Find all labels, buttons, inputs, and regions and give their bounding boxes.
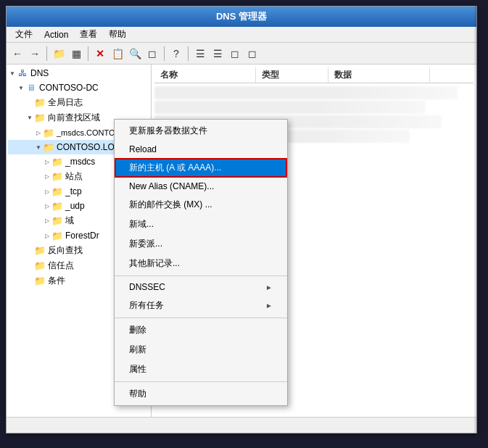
- ctx-properties[interactable]: 属性: [115, 360, 287, 379]
- tcp-label: _tcp: [65, 186, 82, 196]
- tcp-arrow: ▷: [43, 187, 51, 196]
- tree-item-global-log[interactable]: ▷ 📁 全局日志: [8, 95, 149, 110]
- grid2-button[interactable]: ◻: [244, 46, 260, 62]
- folder-icon: 📁: [51, 171, 63, 183]
- ctx-dnssec-arrow: ►: [265, 283, 273, 291]
- condition-arrow: ▷: [25, 277, 34, 286]
- ctx-other-records[interactable]: 其他新记录...: [115, 254, 287, 273]
- ctx-delete[interactable]: 删除: [115, 320, 287, 340]
- msdcs-arrow: ▷: [34, 128, 43, 137]
- export-button[interactable]: ◻: [144, 46, 160, 62]
- ctx-new-domain[interactable]: 新域...: [115, 215, 287, 234]
- folder-icon: 📁: [34, 275, 46, 287]
- ctx-help-label: 帮助: [129, 388, 146, 400]
- globallog-label: 全局日志: [48, 96, 83, 109]
- folder-icon: 📁: [34, 245, 46, 257]
- ctx-new-alias-label: New Alias (CNAME)...: [129, 181, 214, 191]
- sites-arrow: ▷: [43, 173, 51, 181]
- ctx-update-server-data[interactable]: 更新服务器数据文件: [115, 121, 287, 141]
- data-row-1: [154, 86, 458, 99]
- ctx-separator-2: [115, 318, 287, 318]
- domain-arrow: ▷: [43, 217, 51, 225]
- menu-action[interactable]: Action: [38, 28, 74, 41]
- forestdr-arrow: ▷: [43, 231, 51, 240]
- folder-icon: 📁: [51, 186, 63, 197]
- contoso-arrow: ▼: [34, 143, 43, 152]
- server-label: CONTOSO-DC: [39, 83, 99, 93]
- dns-label: DNS: [30, 68, 49, 78]
- ctx-new-domain-label: 新域...: [129, 218, 154, 231]
- msdcs-child-label: _msdcs: [65, 157, 95, 167]
- forward-button[interactable]: →: [27, 46, 43, 62]
- ctx-dnssec-label: DNSSEC: [129, 282, 165, 292]
- folder-icon: 📁: [34, 260, 46, 272]
- tree-item-dns[interactable]: ▼ 🖧 DNS: [8, 66, 149, 80]
- folder-icon: 📁: [43, 127, 54, 138]
- folder-icon: 📁: [34, 97, 46, 109]
- window-title: DNS 管理器: [216, 10, 267, 23]
- folder-icon: 📁: [51, 230, 63, 241]
- udp-arrow: ▷: [43, 202, 51, 210]
- ctx-separator-3: [115, 381, 287, 382]
- ctx-new-host[interactable]: 新的主机 (A 或 AAAA)...: [115, 158, 287, 178]
- ctx-separator-1: [115, 275, 287, 276]
- ctx-delete-label: 删除: [129, 324, 146, 336]
- back-button[interactable]: ←: [9, 46, 25, 62]
- help-button[interactable]: ?: [168, 46, 184, 62]
- sites-label: 站点: [65, 170, 83, 183]
- folder-icon: 📁: [51, 200, 63, 212]
- ctx-new-alias[interactable]: New Alias (CNAME)...: [115, 178, 287, 195]
- fzone-label: 向前查找区域: [48, 112, 100, 124]
- dns-arrow: ▼: [8, 69, 17, 78]
- list2-button[interactable]: ☰: [210, 46, 226, 62]
- ctx-reload-label: Reload: [129, 144, 157, 154]
- toolbar: ← → 📁 ▦ ✕ 📋 🔍 ◻ ? ☰ ☰ ◻ ◻: [7, 43, 476, 65]
- delete-button[interactable]: ✕: [92, 46, 108, 62]
- ctx-dnssec[interactable]: DNSSEC ►: [115, 278, 287, 296]
- fzone-arrow: ▼: [25, 114, 34, 123]
- menu-file[interactable]: 文件: [9, 27, 38, 42]
- ctx-new-delegate-label: 新委派...: [129, 238, 162, 250]
- title-bar: DNS 管理器: [7, 7, 476, 27]
- col-header-name: 名称: [154, 67, 256, 83]
- ctx-new-host-label: 新的主机 (A 或 AAAA)...: [129, 162, 221, 174]
- properties-button[interactable]: 📋: [109, 46, 125, 62]
- refresh-button[interactable]: 🔍: [127, 46, 143, 62]
- right-panel-header: 名称 类型 数据: [154, 67, 473, 83]
- status-bar: [7, 417, 476, 433]
- view-button[interactable]: ▦: [68, 46, 84, 62]
- folder-icon: 📁: [51, 156, 63, 167]
- menu-bar: 文件 Action 查看 帮助: [7, 27, 476, 43]
- up-button[interactable]: 📁: [51, 46, 67, 62]
- toolbar-separator-4: [188, 46, 189, 61]
- tree-item-server[interactable]: ▼ 🖥 CONTOSO-DC: [8, 80, 149, 95]
- col-header-type: 类型: [256, 67, 328, 83]
- folder-icon: 📁: [34, 112, 46, 124]
- globallog-arrow: ▷: [25, 99, 34, 107]
- toolbar-separator-2: [88, 46, 88, 61]
- dns-icon: 🖧: [17, 67, 28, 79]
- trust-arrow: ▷: [25, 262, 34, 270]
- ctx-new-delegate[interactable]: 新委派...: [115, 234, 287, 254]
- reverse-label: 反向查找: [48, 244, 83, 257]
- ctx-all-tasks-label: 所有任务: [129, 299, 164, 312]
- list-button[interactable]: ☰: [192, 46, 208, 62]
- ctx-refresh-label: 刷新: [129, 344, 146, 356]
- context-menu: 更新服务器数据文件 Reload 新的主机 (A 或 AAAA)... New …: [114, 119, 288, 406]
- ctx-new-mx-label: 新的邮件交换 (MX) ...: [129, 199, 212, 211]
- data-row-2: [154, 101, 426, 114]
- ctx-new-mx[interactable]: 新的邮件交换 (MX) ...: [115, 195, 287, 215]
- menu-view[interactable]: 查看: [74, 27, 103, 42]
- forestdr-label: ForestDr: [65, 231, 99, 241]
- toolbar-separator-3: [164, 46, 165, 61]
- condition-label: 条件: [48, 275, 65, 287]
- udp-label: _udp: [65, 201, 85, 211]
- ctx-reload[interactable]: Reload: [115, 141, 287, 158]
- ctx-help[interactable]: 帮助: [115, 384, 287, 404]
- ctx-refresh[interactable]: 刷新: [115, 340, 287, 360]
- msdcs-c-arrow: ▷: [43, 157, 51, 166]
- ctx-all-tasks[interactable]: 所有任务 ►: [115, 296, 287, 315]
- menu-help[interactable]: 帮助: [103, 27, 132, 42]
- bottom-edge: [0, 434, 488, 448]
- grid-button[interactable]: ◻: [227, 46, 243, 62]
